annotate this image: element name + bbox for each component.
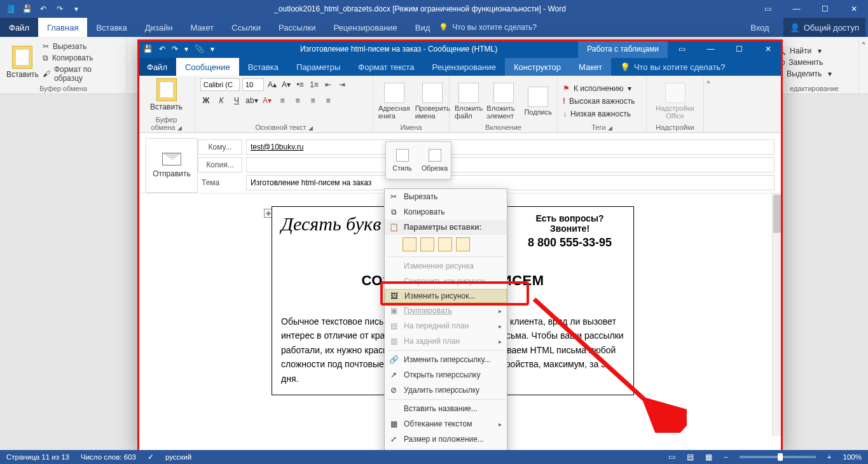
italic-button[interactable]: К bbox=[216, 95, 227, 106]
attach-icon[interactable]: 📎 bbox=[195, 45, 204, 53]
maximize-icon[interactable]: ☐ bbox=[811, 0, 839, 18]
tab-review[interactable]: Рецензирование bbox=[424, 58, 505, 76]
select-button[interactable]: ↖Выделить▾ bbox=[776, 69, 832, 78]
picture-style-button[interactable]: Стиль bbox=[386, 142, 418, 179]
tab-references[interactable]: Ссылки bbox=[223, 18, 270, 37]
tab-formattext[interactable]: Формат текста bbox=[349, 58, 423, 76]
tab-insert[interactable]: Вставка bbox=[87, 18, 135, 37]
tab-design[interactable]: Конструктор bbox=[505, 58, 570, 76]
save-icon[interactable]: 💾 bbox=[143, 45, 153, 53]
send-button[interactable]: Отправить bbox=[146, 138, 198, 193]
tab-home[interactable]: Главная bbox=[38, 18, 87, 37]
view-print-icon[interactable]: ▤ bbox=[687, 453, 694, 461]
close-icon[interactable]: ✕ bbox=[754, 40, 782, 58]
align-right-icon[interactable]: ≡ bbox=[307, 95, 319, 106]
collapse-ribbon-icon[interactable]: ˄ bbox=[859, 37, 868, 94]
maximize-icon[interactable]: ☐ bbox=[725, 40, 754, 58]
tab-design[interactable]: Дизайн bbox=[136, 18, 182, 37]
tab-options[interactable]: Параметры bbox=[287, 58, 349, 76]
close-icon[interactable]: ✕ bbox=[839, 0, 868, 18]
tab-layout[interactable]: Макет bbox=[570, 58, 611, 76]
ctx-remove-hyperlink[interactable]: ⊘Удалить гиперссылку bbox=[385, 383, 507, 398]
format-painter-button[interactable]: 🖌Формат по образцу bbox=[43, 65, 120, 83]
tab-file[interactable]: Файл bbox=[138, 58, 176, 76]
tab-insert[interactable]: Вставка bbox=[239, 58, 287, 76]
addins-button[interactable]: Надстройки Office bbox=[652, 83, 698, 120]
paste-option-3[interactable] bbox=[438, 237, 452, 251]
align-left-icon[interactable]: ≡ bbox=[277, 95, 288, 106]
align-center-icon[interactable]: ≡ bbox=[292, 95, 303, 106]
to-input[interactable] bbox=[246, 139, 775, 155]
tab-mailings[interactable]: Рассылки bbox=[270, 18, 324, 37]
attachfile-button[interactable]: Вложить файл bbox=[455, 83, 483, 120]
shrink-font-icon[interactable]: A▾ bbox=[280, 79, 292, 90]
zoom-in-icon[interactable]: + bbox=[827, 453, 832, 461]
attachitem-button[interactable]: Вложить элемент bbox=[486, 83, 520, 120]
tab-message[interactable]: Сообщение bbox=[176, 58, 239, 76]
qat-dropdown-icon[interactable]: ▾ bbox=[210, 45, 214, 53]
ctx-wrap-text[interactable]: ▦Обтекание текстом▸ bbox=[385, 416, 507, 432]
ctx-size-position[interactable]: ⤢Размер и положение... bbox=[385, 432, 507, 447]
minimize-icon[interactable]: — bbox=[696, 40, 725, 58]
paste-option-4[interactable] bbox=[456, 237, 470, 251]
view-web-icon[interactable]: ▦ bbox=[705, 453, 712, 461]
view-readmode-icon[interactable]: ▭ bbox=[668, 453, 675, 461]
signin-link[interactable]: Вход bbox=[741, 23, 778, 32]
bold-button[interactable]: Ж bbox=[200, 95, 212, 106]
paste-button[interactable]: Вставить bbox=[150, 78, 183, 111]
to-button[interactable]: Кому... bbox=[198, 139, 242, 155]
ctx-open-hyperlink[interactable]: ↗Открыть гиперссылку bbox=[385, 367, 507, 383]
checknames-button[interactable]: Проверить имена bbox=[415, 83, 450, 120]
undo-icon[interactable]: ↶ bbox=[38, 4, 48, 14]
collapse-ribbon-icon[interactable]: ˄ bbox=[704, 76, 713, 132]
vertical-scrollbar[interactable] bbox=[772, 193, 782, 436]
highlight-icon[interactable]: ab▾ bbox=[246, 95, 258, 106]
cut-button[interactable]: ✂Вырезать bbox=[43, 42, 120, 51]
tellme-search[interactable]: 💡 Что вы хотите сделать? bbox=[439, 18, 537, 37]
ctx-edit-hyperlink[interactable]: 🔗Изменить гиперссылку... bbox=[385, 352, 507, 367]
paste-option-1[interactable] bbox=[403, 237, 417, 251]
addressbook-button[interactable]: Адресная книга bbox=[378, 83, 410, 120]
status-word-count[interactable]: Число слов: 603 bbox=[81, 453, 136, 461]
status-spellcheck-icon[interactable]: ✓ bbox=[148, 453, 154, 461]
redo-icon[interactable]: ↷ bbox=[172, 45, 178, 53]
tab-file[interactable]: Файл bbox=[0, 18, 38, 37]
save-icon[interactable]: 💾 bbox=[22, 4, 32, 14]
indent-icon[interactable]: ⇥ bbox=[336, 79, 348, 90]
paste-button[interactable]: Вставить bbox=[6, 46, 39, 79]
paste-option-2[interactable] bbox=[420, 237, 434, 251]
tellme-search[interactable]: 💡 Что вы хотите сделать? bbox=[611, 58, 734, 76]
status-page[interactable]: Страница 11 из 13 bbox=[6, 453, 69, 461]
ribbon-options-icon[interactable]: ▭ bbox=[668, 40, 696, 58]
font-name-input[interactable] bbox=[200, 78, 240, 91]
font-color-icon[interactable]: A▾ bbox=[261, 95, 273, 106]
signature-button[interactable]: Подпись bbox=[524, 87, 552, 116]
zoom-out-icon[interactable]: − bbox=[724, 453, 728, 461]
tab-review[interactable]: Рецензирование bbox=[324, 18, 406, 37]
minimize-icon[interactable]: — bbox=[782, 0, 811, 18]
tab-view[interactable]: Вид bbox=[406, 18, 439, 37]
zoom-level[interactable]: 100% bbox=[843, 453, 862, 461]
undo-icon[interactable]: ↶ bbox=[159, 45, 165, 53]
low-importance-button[interactable]: ↓Низкая важность bbox=[563, 109, 635, 118]
high-importance-button[interactable]: !Высокая важность bbox=[563, 97, 635, 106]
bullets-icon[interactable]: •≡ bbox=[294, 79, 306, 90]
ctx-copy[interactable]: ⧉Копировать bbox=[385, 204, 507, 220]
font-size-input[interactable] bbox=[242, 78, 264, 91]
ribbon-options-icon[interactable]: ▭ bbox=[754, 0, 782, 18]
justify-icon[interactable]: ≡ bbox=[322, 95, 334, 106]
scroll-thumb[interactable] bbox=[773, 195, 781, 233]
share-button[interactable]: 👤 Общий доступ bbox=[783, 18, 865, 37]
tab-layout[interactable]: Макет bbox=[181, 18, 223, 37]
ctx-change-picture[interactable]: 🖼Изменить рисунок... bbox=[385, 289, 507, 303]
qat-dropdown-icon[interactable]: ▾ bbox=[184, 45, 188, 53]
replace-button[interactable]: abЗаменить bbox=[776, 58, 832, 67]
cc-input[interactable] bbox=[246, 157, 775, 172]
redo-icon[interactable]: ↷ bbox=[55, 4, 65, 14]
find-button[interactable]: 🔍Найти▾ bbox=[776, 46, 832, 55]
outdent-icon[interactable]: ⇤ bbox=[322, 79, 334, 90]
underline-button[interactable]: Ч bbox=[231, 95, 242, 106]
ctx-cut[interactable]: ✂Вырезать bbox=[385, 189, 507, 204]
followup-button[interactable]: ⚑К исполнению▾ bbox=[563, 84, 635, 93]
crop-button[interactable]: Обрезка bbox=[418, 142, 451, 179]
